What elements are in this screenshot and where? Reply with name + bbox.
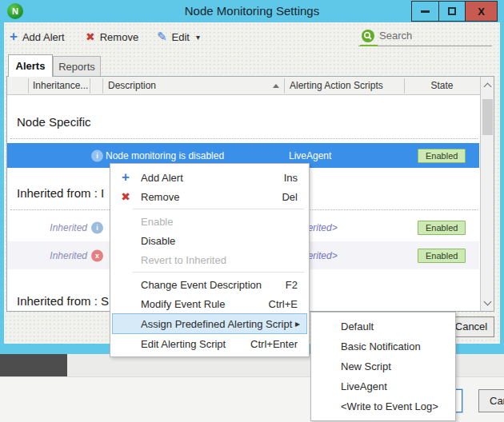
menu-item-modify-event-rule[interactable]: Modify Event Rule Ctrl+E (110, 294, 309, 313)
tab-alerts[interactable]: Alerts (8, 54, 53, 77)
header-separator (90, 78, 90, 94)
inheritance-label: Inherited (39, 241, 87, 269)
column-state[interactable]: State (405, 77, 479, 95)
menu-item-add-alert[interactable]: + Add Alert Ins (110, 168, 309, 187)
menu-label: Edit Alerting Script (141, 338, 250, 350)
submenu-item-liveagent[interactable]: LiveAgent (311, 376, 455, 396)
remove-icon: ✖ (110, 190, 141, 203)
group-header-inherited-1: Inherited from : I (17, 186, 104, 200)
chevron-down-icon: ▾ (196, 33, 200, 42)
scroll-down-icon[interactable] (484, 298, 492, 306)
maximize-button[interactable] (438, 1, 466, 22)
search-underline (358, 46, 492, 46)
close-button[interactable]: X (465, 1, 498, 22)
background-dark-bar (0, 354, 67, 376)
edit-label: Edit (172, 31, 190, 43)
header-separator (28, 78, 29, 94)
menu-shortcut: Ctrl+Enter (250, 338, 309, 350)
column-alerting-action-scripts[interactable]: Alerting Action Scripts (290, 77, 403, 95)
status-badge: Enabled (418, 221, 466, 235)
group-header-node-specific: Node Specific (17, 115, 91, 129)
column-description[interactable]: Description (108, 77, 268, 95)
info-icon: i (91, 149, 103, 161)
inheritance-label: Inherited (39, 213, 87, 241)
alerting-script-submenu: Default Basic Notification New Script Li… (310, 312, 456, 421)
header-separator (284, 78, 285, 94)
column-inheritance[interactable]: Inheritance... (33, 77, 89, 95)
menu-shortcut: Del (282, 191, 309, 203)
info-icon: i (91, 221, 103, 233)
remove-icon: ✖ (86, 30, 95, 43)
menu-label: Modify Event Rule (141, 298, 269, 310)
minimize-icon (421, 10, 430, 13)
submenu-item-basic-notification[interactable]: Basic Notification (311, 336, 455, 356)
remove-button[interactable]: ✖ Remove (86, 29, 138, 45)
search-icon (361, 29, 375, 46)
menu-item-disable[interactable]: Disable (110, 231, 309, 250)
menu-item-remove[interactable]: ✖ Remove Del (110, 187, 309, 206)
minimize-button[interactable] (411, 1, 439, 22)
menu-item-revert-to-inherited: Revert to Inherited (110, 250, 309, 269)
menu-separator (133, 209, 304, 209)
remove-label: Remove (100, 31, 138, 43)
add-alert-label: Add Alert (22, 31, 65, 43)
menu-item-enable: Enable (110, 212, 309, 231)
menu-item-assign-predefined-alerting-script[interactable]: Assign Predefined Alerting Script ▸ (112, 313, 307, 334)
menu-shortcut: Ins (284, 172, 309, 184)
menu-item-change-event-description[interactable]: Change Event Description F2 (110, 275, 309, 294)
submenu-item-write-to-event-log[interactable]: <Write to Event Log> (311, 396, 455, 416)
scrollbar-thumb[interactable] (482, 99, 493, 135)
group-divider (10, 138, 478, 139)
vertical-scrollbar[interactable] (480, 77, 494, 311)
screen: Cancel N Node Monitoring Settings X + Ad… (0, 0, 504, 422)
submenu-item-new-script[interactable]: New Script (311, 356, 455, 376)
menu-label: Change Event Description (141, 279, 286, 291)
edit-dropdown-button[interactable]: ✎ Edit ▾ (157, 29, 200, 45)
search-placeholder: Search (379, 30, 412, 42)
maximize-icon (448, 7, 456, 15)
window-border-right (500, 22, 504, 354)
menu-shortcut: Ctrl+E (269, 298, 309, 310)
menu-label: Add Alert (141, 172, 284, 184)
context-menu: + Add Alert Ins ✖ Remove Del Enable Disa… (110, 163, 310, 357)
table-header: Inheritance... Description Alerting Acti… (7, 77, 494, 95)
status-badge: Enabled (418, 149, 466, 163)
plus-icon: + (10, 30, 18, 43)
close-icon: X (478, 6, 485, 18)
header-separator (102, 78, 103, 94)
menu-label: Assign Predefined Alerting Script (141, 318, 295, 330)
parent-cancel-button[interactable]: Cancel (478, 389, 504, 412)
search-input[interactable]: Search (358, 27, 492, 46)
window-border-left (0, 22, 4, 354)
sort-ascending-icon (273, 84, 279, 88)
menu-separator (133, 272, 304, 273)
tab-reports[interactable]: Reports (53, 56, 101, 77)
menu-item-edit-alerting-script[interactable]: Edit Alerting Script Ctrl+Enter (110, 334, 309, 353)
submenu-arrow-icon: ▸ (295, 318, 306, 329)
menu-label: Disable (141, 235, 309, 247)
scroll-up-icon[interactable] (484, 83, 492, 91)
menu-label: Revert to Inherited (141, 254, 309, 266)
menu-label: Enable (141, 216, 309, 228)
error-icon: x (91, 249, 103, 261)
group-header-inherited-2: Inherited from : S (17, 294, 109, 308)
submenu-item-default[interactable]: Default (311, 316, 455, 336)
plus-icon: + (110, 171, 141, 184)
menu-shortcut: F2 (286, 279, 309, 291)
titlebar[interactable]: N Node Monitoring Settings X (0, 0, 504, 22)
pencil-icon: ✎ (157, 30, 167, 44)
status-badge: Enabled (418, 249, 466, 263)
add-alert-button[interactable]: + Add Alert (10, 29, 65, 45)
search-underline-accent (360, 45, 378, 46)
menu-label: Remove (141, 191, 282, 203)
